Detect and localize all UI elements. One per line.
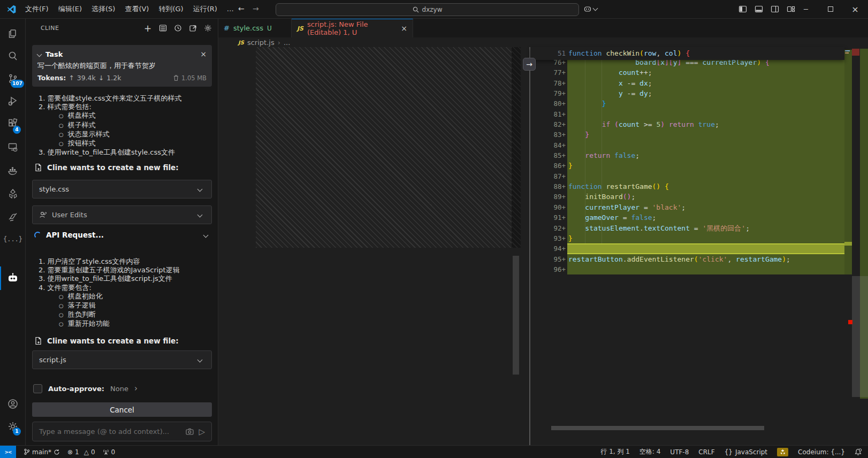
camera-icon[interactable]	[186, 428, 194, 435]
next-diff-button[interactable]: →	[523, 58, 536, 71]
copilot-menu[interactable]	[583, 5, 599, 13]
menu-item[interactable]: 选择(S)	[87, 0, 120, 18]
sidebar-item-run-debug[interactable]	[0, 90, 26, 112]
bell-icon[interactable]	[855, 448, 862, 456]
code-line[interactable]: 83+ }	[530, 129, 844, 140]
menu-item[interactable]: 运行(R)	[188, 0, 222, 18]
code-line[interactable]: 88+function restartGame() {	[530, 181, 844, 192]
code-line[interactable]: 95+restartButton.addEventListener('click…	[530, 254, 844, 264]
code-line[interactable]: 90+ currentPlayer = 'black';	[530, 202, 844, 212]
breadcrumb-symbol[interactable]: ...	[284, 39, 290, 47]
remote-indicator[interactable]: ><	[0, 446, 16, 458]
send-icon[interactable]: ▷	[199, 427, 205, 437]
menu-item[interactable]: 查看(V)	[120, 0, 154, 18]
code-line[interactable]: 82+ if (count >= 5) return true;	[530, 119, 844, 129]
right-scrollbar-slider[interactable]	[852, 276, 868, 397]
task-substep: ○按钮样式	[39, 139, 215, 148]
eol[interactable]: CRLF	[698, 448, 714, 456]
menu-item[interactable]: 文件(F)	[20, 0, 54, 18]
code-line[interactable]: 81+	[530, 109, 844, 119]
toggle-panel-icon[interactable]	[755, 5, 763, 13]
maximize-button[interactable]	[821, 0, 840, 18]
code-line[interactable]: 77+ count++;	[530, 67, 844, 78]
customize-layout-icon[interactable]	[787, 5, 795, 13]
toggle-secondary-sidebar-icon[interactable]	[771, 5, 779, 13]
encoding[interactable]: UTF-8	[670, 448, 689, 456]
sticky-scroll-line[interactable]: 51function checkWin(row, col) {	[530, 47, 844, 60]
sidebar-item-cline[interactable]	[0, 268, 26, 289]
auto-approve-checkbox[interactable]	[33, 384, 42, 393]
history-icon[interactable]	[172, 22, 184, 34]
indentation[interactable]: 空格: 4	[639, 447, 661, 456]
code-editor[interactable]: 76+ board[x][y] === currentPlayer) {77+ …	[530, 57, 844, 274]
code-line[interactable]: 85+ return false;	[530, 150, 844, 161]
file-dropdown-script-js[interactable]: script.js	[32, 350, 212, 369]
create-file-label-1: Cline wants to create a new file:	[47, 163, 179, 172]
cancel-button[interactable]: Cancel	[32, 402, 212, 417]
code-line[interactable]: 80+ }	[530, 98, 844, 109]
sidebar-item-remote-explorer[interactable]	[0, 136, 26, 158]
tab-script-js[interactable]: JS script.js: New File (Editable) 1, U ×	[292, 19, 413, 37]
user-edits-dropdown[interactable]: User Edits	[32, 205, 212, 224]
tab-close-icon[interactable]: ×	[401, 24, 407, 33]
sidebar-item-explorer[interactable]	[0, 23, 26, 44]
sidebar-item-docker[interactable]	[0, 160, 26, 181]
collapse-task-icon[interactable]	[37, 51, 42, 57]
code-line[interactable]: 89+ initBoard();	[530, 192, 844, 202]
cursor-position[interactable]: 行 1, 列 1	[600, 447, 630, 456]
sidebar-item-flags-extension[interactable]	[0, 206, 26, 227]
auto-approve-row[interactable]: Auto-approve: None ›	[33, 384, 138, 393]
tokens-up: 39.4k	[77, 74, 96, 82]
sidebar-item-source-control[interactable]: 107	[0, 68, 26, 89]
problems-item[interactable]: ⊗1 △0	[67, 448, 95, 456]
menu-item[interactable]: …	[222, 0, 239, 18]
branch-name: main*	[32, 448, 51, 456]
settings-icon[interactable]	[202, 22, 214, 34]
mcp-servers-icon[interactable]	[157, 22, 169, 34]
left-scrollbar-slider[interactable]	[513, 256, 519, 375]
nav-forward-icon[interactable]: →	[253, 4, 259, 13]
breadcrumb[interactable]: JS script.js › ...	[218, 37, 868, 47]
code-line[interactable]: 84+	[530, 140, 844, 150]
sidebar-item-codeium[interactable]	[0, 183, 26, 204]
sidebar-item-search[interactable]	[0, 45, 26, 67]
close-task-icon[interactable]: ×	[200, 50, 207, 58]
minimap[interactable]	[844, 50, 852, 274]
ports-item[interactable]: 0	[103, 448, 116, 456]
breadcrumb-file[interactable]: script.js	[247, 39, 275, 47]
code-line[interactable]: 93+}	[530, 233, 844, 243]
code-line[interactable]: 87+	[530, 171, 844, 181]
code-line[interactable]: 96+	[530, 264, 844, 274]
code-line[interactable]: 86+}	[530, 161, 844, 171]
sidebar-item-braces-extension[interactable]: {...}	[0, 228, 26, 250]
api-request-row[interactable]: API Request...	[34, 231, 210, 239]
trash-icon[interactable]	[173, 74, 179, 81]
code-line[interactable]: 94+	[530, 243, 844, 254]
new-task-icon[interactable]: +	[142, 22, 154, 34]
code-line[interactable]: 78+ x -= dx;	[530, 78, 844, 88]
code-line[interactable]: 92+ statusElement.textContent = '黑棋的回合';	[530, 223, 844, 233]
tab-style-css[interactable]: # style.css U	[218, 19, 292, 37]
nav-back-icon[interactable]: ←	[238, 4, 245, 13]
toggle-sidebar-icon[interactable]	[738, 5, 747, 13]
menu-item[interactable]: 编辑(E)	[54, 0, 87, 18]
message-input[interactable]: Type a message (@ to add context)... ▷	[32, 422, 212, 441]
accounts-icon[interactable]	[0, 393, 26, 415]
menu-item[interactable]: 转到(G)	[154, 0, 188, 18]
horizontal-scrollbar-slider[interactable]	[551, 426, 764, 430]
language-item[interactable]: {} JavaScript	[725, 448, 767, 456]
task-step: 2. 样式需要包括:	[39, 103, 215, 111]
branch-item[interactable]: main*	[24, 448, 60, 456]
code-line[interactable]: 91+ gameOver = false;	[530, 212, 844, 223]
code-line[interactable]: 79+ y -= dy;	[530, 88, 844, 98]
minimize-button[interactable]: ─	[796, 0, 816, 18]
codeium-status[interactable]: Codeium: {...}	[798, 448, 845, 456]
open-in-editor-icon[interactable]	[187, 22, 199, 34]
settings-gear-icon[interactable]: 1	[0, 416, 26, 437]
file-dropdown-style-css[interactable]: style.css	[32, 180, 212, 199]
command-center-search[interactable]: dxzyw	[276, 3, 579, 16]
close-button[interactable]: ×	[846, 0, 865, 18]
codeium-status-icon[interactable]	[777, 448, 788, 456]
sidebar-item-extensions[interactable]: 4	[0, 113, 26, 134]
overview-deleted-marker	[852, 49, 859, 56]
